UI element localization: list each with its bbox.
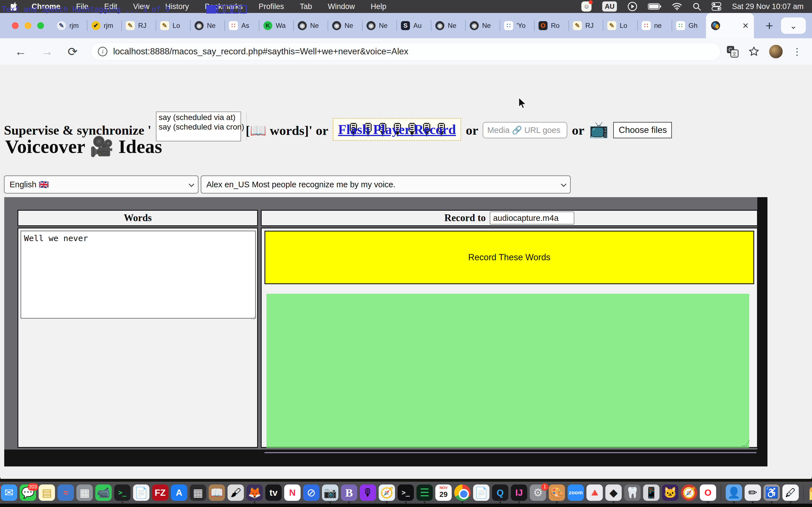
browser-tab[interactable]: ✎rjm <box>52 13 87 38</box>
browser-tab[interactable]: ∷'Yo <box>500 13 534 38</box>
browser-tab[interactable]: ◉Ne <box>362 13 396 38</box>
dock-item-notepad[interactable]: 🖊 <box>782 482 799 504</box>
say-option[interactable]: say (scheduled via cron) <box>156 122 246 132</box>
browser-tab[interactable]: ✎Lo <box>156 13 190 38</box>
dock-item-facetime[interactable]: 📹 <box>95 482 112 504</box>
dock-item-calculator[interactable]: ▦ <box>190 482 206 504</box>
browser-tab[interactable]: ◉Ne <box>431 13 465 38</box>
dock-item-chrome[interactable] <box>454 482 471 504</box>
zoom-window-button[interactable] <box>37 22 44 29</box>
menu-clock[interactable]: Sat 29 Nov 10:07 am <box>732 2 804 11</box>
dock-item-messages[interactable]: 💬203 <box>19 482 36 504</box>
voice-select[interactable]: Alex en_US Most people recognize me by m… <box>201 175 571 193</box>
browser-tab[interactable]: SAu <box>396 13 431 38</box>
language-select[interactable]: English 🇬🇧 <box>4 175 199 193</box>
menu-item-profiles[interactable]: Profiles <box>251 2 292 11</box>
dock-item-safari[interactable]: 🧭 <box>378 482 395 504</box>
listbox-scrollbar[interactable] <box>246 112 247 141</box>
choose-files-button[interactable]: Choose files <box>613 122 672 138</box>
menu-item-help[interactable]: Help <box>363 2 395 11</box>
dock-item-zoom[interactable]: zoom <box>567 482 584 504</box>
dock-item-firefox[interactable]: 🦊 <box>246 482 263 504</box>
dock-item-molar-app[interactable]: 🦷 <box>624 482 641 504</box>
menu-item-tab[interactable]: Tab <box>292 2 320 11</box>
dock-item-contacts[interactable]: 📖 <box>208 482 225 504</box>
dock-item-podcasts[interactable]: 🎙 <box>359 482 376 504</box>
reload-button[interactable]: ⟳ <box>60 45 85 59</box>
dock-item-gimp[interactable]: 🖌 <box>227 482 244 504</box>
bookmark-star-icon[interactable] <box>748 46 760 57</box>
active-tab[interactable]: 🎭✕ <box>706 13 754 38</box>
say-command-listbox[interactable]: saysay (scheduled via at)say (scheduled … <box>156 112 241 142</box>
browser-tab[interactable]: ORo <box>534 13 568 38</box>
browser-tab[interactable]: ◉Ne <box>293 13 327 38</box>
dock-item-system-settings[interactable]: ⚙1 <box>529 482 546 504</box>
new-tab-button[interactable]: + <box>758 14 781 37</box>
browser-tab[interactable]: ✎RJ <box>568 13 603 38</box>
dock-item-person-window[interactable]: 👤 <box>725 482 742 504</box>
browser-tab[interactable]: ✎RJ <box>121 13 156 38</box>
flash-player-record-link[interactable]: Flash Player Record <box>338 122 456 137</box>
dock-item-apple-tv[interactable]: tv <box>265 482 282 504</box>
say-option[interactable]: say (scheduled via at) <box>156 113 246 122</box>
dock-item-purple-cat[interactable]: 🐱 <box>662 482 679 504</box>
browser-tab[interactable]: KWa <box>259 13 293 38</box>
dock-item-terminal-3[interactable]: ☰ <box>416 482 433 504</box>
dock-item-app-store[interactable]: A <box>170 482 188 504</box>
record-filename-input[interactable] <box>490 212 574 224</box>
dock-item-launchpad[interactable]: ▦ <box>76 482 93 504</box>
textarea-resize-grip[interactable] <box>251 315 256 320</box>
dock-item-photo-booth[interactable]: 📷 <box>322 482 339 504</box>
dock-item-intellij[interactable]: IJ <box>511 482 527 504</box>
media-url-input[interactable] <box>483 122 567 138</box>
profile-avatar[interactable] <box>769 45 783 58</box>
browser-tab[interactable]: ✎Lo <box>603 13 637 38</box>
dock-item-iphone-mirroring[interactable]: 📱 <box>643 482 660 504</box>
dock-item-paint-palette[interactable]: 🎨 <box>548 482 565 504</box>
site-info-icon[interactable]: i <box>98 47 107 56</box>
dock-item-notes[interactable]: ▤ <box>38 482 55 504</box>
control-center-icon[interactable] <box>712 2 721 11</box>
browser-tab[interactable]: ✔rjm <box>87 13 121 38</box>
browser-tab[interactable]: ◉Ne <box>190 13 224 38</box>
back-button[interactable]: ← <box>7 45 34 58</box>
browser-tab[interactable]: ∷As <box>224 13 259 38</box>
record-these-words-button[interactable]: Record These Words <box>264 231 754 284</box>
spotlight-icon[interactable] <box>693 2 701 11</box>
menu-extra-app-icon[interactable]: ☺ <box>581 1 592 11</box>
close-window-button[interactable] <box>12 22 18 29</box>
dock-item-inkscape[interactable]: ◆ <box>605 482 622 504</box>
tab-search-button[interactable]: ⌄ <box>781 17 806 34</box>
now-playing-icon[interactable] <box>627 2 637 11</box>
chrome-menu-kebab-icon[interactable]: ⋮ <box>792 46 802 57</box>
dock-item-filezilla[interactable]: FZ <box>152 482 168 504</box>
dock-item-red-compass[interactable]: 🧭 <box>680 482 698 504</box>
dock-item-terminal[interactable]: >_ <box>114 482 131 504</box>
words-textarea[interactable]: Well we never <box>20 231 256 319</box>
omnibox[interactable]: i localhost:8888/macos_say_record.php#sa… <box>91 43 721 61</box>
dock-item-calendar[interactable]: 29 <box>435 482 452 504</box>
url-text[interactable]: localhost:8888/macos_say_record.php#sayt… <box>113 47 408 57</box>
dock-item-downloads-folder[interactable]: 📁 <box>808 482 812 504</box>
wifi-icon[interactable] <box>672 3 682 10</box>
dock-item-audio-wave[interactable]: ≈ <box>57 482 74 504</box>
tab-close-icon[interactable]: ✕ <box>742 21 749 31</box>
dock-item-accessibility[interactable]: ♿ <box>763 482 780 504</box>
dock-item-terminal-2[interactable]: >_ <box>397 482 414 504</box>
browser-tab[interactable]: ◉Ne <box>327 13 362 38</box>
dock-item-pencil-doc[interactable]: ✏ <box>744 482 761 504</box>
dock-item-mail[interactable]: ✉ <box>1 482 17 504</box>
dock-item-textedit[interactable]: 📄 <box>133 482 150 504</box>
forward-button[interactable]: → <box>34 45 60 58</box>
input-source-menu[interactable]: AU <box>602 1 617 11</box>
dock-item-opera[interactable]: O <box>700 482 716 504</box>
dock-item-preview[interactable]: 📄 <box>473 482 490 504</box>
browser-tab[interactable]: ∷Gh <box>672 13 706 38</box>
dock-item-bbedit[interactable]: B <box>341 482 357 504</box>
dock-item-screen-block[interactable]: ⊘ <box>303 482 320 504</box>
menu-item-window[interactable]: Window <box>320 2 363 11</box>
battery-icon[interactable] <box>648 3 661 10</box>
browser-tab[interactable]: ◉Ne <box>465 13 500 38</box>
minimize-window-button[interactable] <box>24 22 31 29</box>
dock-item-news[interactable]: N <box>284 482 301 504</box>
